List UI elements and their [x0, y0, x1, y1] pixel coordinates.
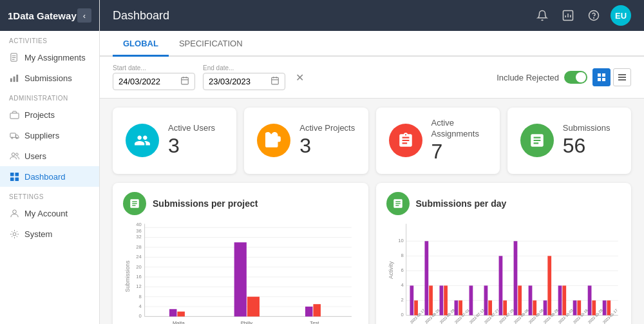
stat-card-active-users: Active Users 3	[113, 108, 236, 174]
sidebar-item-dashboard[interactable]: Dashboard	[0, 166, 99, 187]
end-date-calendar-icon[interactable]	[270, 76, 279, 87]
chart2-title: Submissions per day	[416, 198, 507, 209]
user-avatar[interactable]: EU	[611, 5, 631, 26]
sidebar-body: Activities My Assignments Submissions Ad…	[0, 31, 99, 244]
svg-text:12: 12	[136, 283, 142, 289]
start-date-calendar-icon[interactable]	[180, 76, 189, 87]
include-rejected-filter: Include Rejected	[497, 68, 631, 86]
notification-icon[interactable]	[533, 6, 551, 24]
stat-card-active-projects: Active Projects 3	[244, 108, 368, 174]
grid-view-button[interactable]	[592, 68, 611, 86]
svg-rect-14	[15, 172, 19, 176]
svg-rect-33	[598, 73, 601, 77]
truck-icon	[9, 130, 19, 140]
section-label-activities: Activities	[0, 31, 99, 47]
svg-rect-64	[169, 309, 177, 317]
section-label-administration: Administration	[0, 88, 99, 104]
submissions-stat-value: 56	[563, 134, 611, 158]
list-view-button[interactable]	[613, 68, 631, 86]
start-date-input[interactable]	[118, 77, 176, 86]
svg-text:6: 6	[401, 267, 403, 273]
sidebar-collapse-button[interactable]: ‹	[77, 8, 91, 23]
sidebar-item-projects[interactable]: Projects	[0, 104, 99, 125]
svg-rect-66	[234, 242, 247, 316]
start-date-field: Start date...	[113, 64, 195, 90]
svg-rect-13	[10, 172, 14, 176]
svg-text:40: 40	[136, 222, 142, 227]
analytics-icon[interactable]	[559, 6, 577, 24]
chart1-header: Submissions per project	[123, 192, 358, 215]
sidebar-item-submissions[interactable]: Submissions	[0, 68, 99, 88]
active-projects-info: Active Projects 3	[299, 123, 355, 158]
chart1-svg: Submissions 0 4 8 12 16 20 24 28 32 36 4…	[123, 222, 358, 324]
active-assignments-value: 7	[431, 140, 479, 164]
include-rejected-toggle[interactable]	[564, 71, 587, 84]
svg-text:Submissions: Submissions	[124, 260, 131, 292]
svg-text:0: 0	[401, 312, 403, 318]
end-date-field: End date...	[203, 64, 285, 90]
page-title: Dashboard	[113, 9, 169, 23]
tab-global[interactable]: GLOBAL	[113, 31, 169, 57]
gear-icon	[9, 229, 19, 239]
svg-text:Activity: Activity	[387, 261, 393, 279]
sidebar-item-suppliers[interactable]: Suppliers	[0, 125, 99, 146]
sidebar-item-my-assignments[interactable]: My Assignments	[0, 47, 99, 68]
sidebar-label-system: System	[24, 229, 52, 239]
active-projects-label: Active Projects	[299, 123, 355, 134]
end-date-input-wrap	[203, 73, 285, 90]
svg-rect-37	[618, 74, 626, 75]
stats-row: Active Users 3 Active Projects 3	[100, 99, 644, 183]
svg-rect-34	[602, 73, 605, 77]
svg-rect-6	[16, 74, 18, 81]
clear-dates-button[interactable]: ✕	[296, 71, 304, 84]
svg-rect-67	[247, 296, 260, 316]
chart2-icon	[386, 192, 410, 215]
help-icon[interactable]	[585, 6, 603, 24]
svg-rect-94	[444, 285, 448, 315]
chart-submissions-per-day: Submissions per day Activity 0 2 4 6 8 1…	[376, 183, 632, 324]
sidebar-item-system[interactable]: System	[0, 224, 99, 244]
active-assignments-info: Active Assignments 7	[431, 118, 479, 164]
svg-rect-29	[272, 77, 279, 84]
svg-text:24: 24	[136, 254, 142, 260]
chart-bar-icon	[9, 73, 19, 83]
submissions-icon	[520, 124, 554, 157]
filter-bar: Start date... End date... ✕	[100, 57, 644, 99]
chart2-svg: Activity 0 2 4 6 8 10	[386, 222, 621, 324]
svg-rect-65	[177, 311, 185, 316]
grid-icon	[9, 171, 19, 182]
svg-text:8: 8	[401, 253, 403, 258]
chart-submissions-per-project: Submissions per project Submissions 0 4 …	[113, 183, 368, 324]
end-date-input[interactable]	[209, 77, 267, 86]
svg-text:0: 0	[139, 313, 142, 319]
svg-text:16: 16	[136, 274, 142, 280]
submissions-stat-info: Submissions 56	[563, 123, 611, 158]
chart1-icon	[123, 192, 146, 215]
svg-rect-110	[573, 300, 576, 315]
svg-point-11	[12, 153, 15, 156]
app-logo: 1Data Gateway	[8, 10, 77, 21]
active-projects-icon	[257, 124, 290, 157]
sidebar-item-users[interactable]: Users	[0, 146, 99, 166]
svg-rect-16	[15, 177, 19, 181]
active-assignments-label: Active Assignments	[431, 118, 479, 140]
svg-text:32: 32	[136, 234, 142, 240]
svg-rect-89	[410, 285, 413, 315]
include-rejected-label: Include Rejected	[497, 73, 559, 82]
view-toggle-buttons	[592, 68, 631, 86]
stat-card-submissions: Submissions 56	[507, 108, 631, 174]
svg-rect-39	[618, 79, 626, 81]
tab-specification[interactable]: SPECIFICATION	[169, 31, 253, 57]
svg-rect-36	[602, 78, 605, 81]
active-users-info: Active Users 3	[168, 123, 215, 158]
svg-rect-95	[454, 300, 458, 315]
svg-rect-103	[518, 285, 522, 315]
sidebar-item-my-account[interactable]: My Account	[0, 203, 99, 224]
person-icon	[9, 208, 19, 218]
svg-text:28: 28	[136, 244, 142, 250]
doc-icon	[9, 52, 19, 62]
main-area: Dashboard EU GLOBAL SPECIFICATION Start …	[100, 0, 644, 324]
svg-rect-100	[498, 256, 502, 315]
active-assignments-icon	[389, 124, 422, 157]
active-users-label: Active Users	[168, 123, 215, 134]
